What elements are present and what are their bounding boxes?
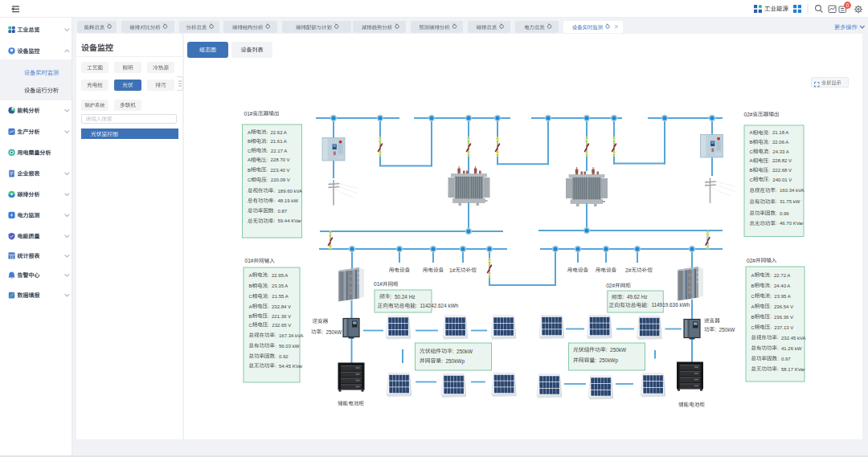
svg-text:: 250kW: : 250kW	[606, 347, 627, 353]
svg-text:B: B	[249, 284, 252, 288]
svg-text:: 250kWp: : 250kWp	[441, 358, 465, 365]
svg-text:2#: 2#	[625, 267, 632, 273]
svg-text:A: A	[248, 157, 251, 162]
svg-text:: 48.19 kW: : 48.19 kW	[274, 198, 299, 203]
svg-text:: 220.09 V: : 220.09 V	[267, 177, 290, 182]
svg-text:: 24.40 A: : 24.40 A	[770, 284, 790, 288]
svg-text:: 46.70 KVar: : 46.70 KVar	[776, 221, 804, 226]
svg-text:: 22.72 A: : 22.72 A	[770, 273, 790, 278]
svg-text:: 31.75 kW: : 31.75 kW	[776, 199, 800, 204]
svg-text:: 240.01 V: : 240.01 V	[768, 177, 792, 182]
svg-text:: 114242.624 kWh: : 114242.624 kWh	[416, 303, 459, 308]
svg-text:C: C	[750, 177, 754, 182]
svg-text:: 114919.636 kWh: : 114919.636 kWh	[647, 302, 690, 308]
svg-text:A: A	[750, 158, 753, 163]
svg-text:: 236.54 V: : 236.54 V	[770, 304, 793, 309]
svg-text:: 232.65 V: : 232.65 V	[268, 323, 291, 328]
svg-text:: 24.33 A: : 24.33 A	[768, 149, 788, 154]
svg-text:C: C	[248, 149, 252, 153]
svg-text:B: B	[249, 314, 252, 319]
svg-text:1#: 1#	[449, 267, 456, 273]
svg-text:: 54.45 KVar: : 54.45 KVar	[275, 364, 303, 369]
svg-text:: 232.45 kVA: : 232.45 kVA	[777, 336, 806, 341]
svg-text:: 160.34 kVA: : 160.34 kVA	[776, 188, 805, 193]
svg-text:B: B	[751, 315, 755, 320]
svg-text:: 23.35 A: : 23.35 A	[268, 284, 288, 288]
svg-text:C: C	[248, 177, 252, 182]
svg-text:: 21.18 A: : 21.18 A	[768, 130, 788, 135]
svg-text:: 250kW: : 250kW	[714, 327, 735, 333]
svg-text:: 58.17 KVar: : 58.17 KVar	[777, 367, 805, 372]
svg-text:: 0.96: : 0.96	[776, 211, 789, 216]
svg-text:: 189.60 kVA: : 189.60 kVA	[274, 189, 303, 194]
svg-text:: 22.62 A: : 22.62 A	[267, 130, 287, 135]
svg-text:B: B	[751, 284, 755, 288]
svg-text:C: C	[249, 323, 253, 328]
svg-text:: 250kW: : 250kW	[452, 349, 473, 354]
svg-text:: 222.68 V: : 222.68 V	[768, 168, 792, 173]
svg-text:: 237.13 V: : 237.13 V	[770, 325, 793, 330]
svg-text:02#: 02#	[744, 112, 753, 117]
svg-text:B: B	[750, 140, 753, 145]
svg-text:: 50.24 Hz: : 50.24 Hz	[391, 294, 416, 300]
svg-text:: 228.70 V: : 228.70 V	[267, 157, 290, 162]
svg-text:A: A	[751, 304, 755, 309]
svg-text:: 250kWp: : 250kWp	[595, 357, 618, 364]
svg-text:: 49.62 Hz: : 49.62 Hz	[623, 294, 648, 300]
svg-text:A: A	[750, 130, 753, 135]
svg-text:: 21.55 A: : 21.55 A	[268, 294, 288, 299]
svg-text:: 59.44 KVar: : 59.44 KVar	[274, 218, 302, 223]
svg-text:: 236.36 V: : 236.36 V	[770, 315, 793, 320]
svg-text:B: B	[248, 168, 251, 173]
svg-text:02#: 02#	[606, 283, 615, 288]
svg-text:: 22.95 A: : 22.95 A	[268, 273, 288, 278]
svg-text:: 22.06 A: : 22.06 A	[768, 140, 788, 145]
svg-text:: 167.34 kVA: : 167.34 kVA	[275, 333, 304, 338]
svg-text:01#: 01#	[244, 111, 253, 116]
svg-text:: 23.95 A: : 23.95 A	[770, 294, 790, 299]
svg-text:C: C	[751, 325, 755, 330]
svg-text:: 250kW: : 250kW	[321, 329, 342, 335]
svg-text:: 21.61 A: : 21.61 A	[267, 139, 287, 144]
svg-text:: 56.03 kW: : 56.03 kW	[275, 344, 300, 349]
svg-text:C: C	[750, 149, 754, 154]
svg-text:: 0.92: : 0.92	[275, 354, 289, 359]
svg-text:A: A	[751, 273, 755, 278]
svg-text:A: A	[249, 273, 252, 278]
svg-text:01#: 01#	[374, 281, 383, 287]
svg-text:: 0.97: : 0.97	[777, 357, 791, 361]
svg-text:: 41.26 kW: : 41.26 kW	[777, 346, 802, 351]
svg-text:01#: 01#	[245, 258, 254, 263]
svg-text:: 0.87: : 0.87	[274, 209, 288, 214]
svg-text:02#: 02#	[747, 258, 755, 263]
svg-text:: 22.17 A: : 22.17 A	[267, 149, 287, 153]
svg-text:C: C	[249, 294, 253, 299]
svg-text:: 228.82 V: : 228.82 V	[768, 158, 792, 163]
svg-text:0: 0	[846, 2, 850, 8]
svg-text:B: B	[248, 139, 251, 144]
svg-text:: 223.40 V: : 223.40 V	[267, 168, 290, 173]
svg-text:: 221.36 V: : 221.36 V	[268, 314, 291, 319]
svg-text:C: C	[751, 294, 755, 299]
svg-text:A: A	[249, 304, 252, 309]
svg-text:: 232.84 V: : 232.84 V	[268, 304, 291, 309]
svg-text:A: A	[248, 130, 251, 135]
svg-text:B: B	[750, 168, 753, 173]
